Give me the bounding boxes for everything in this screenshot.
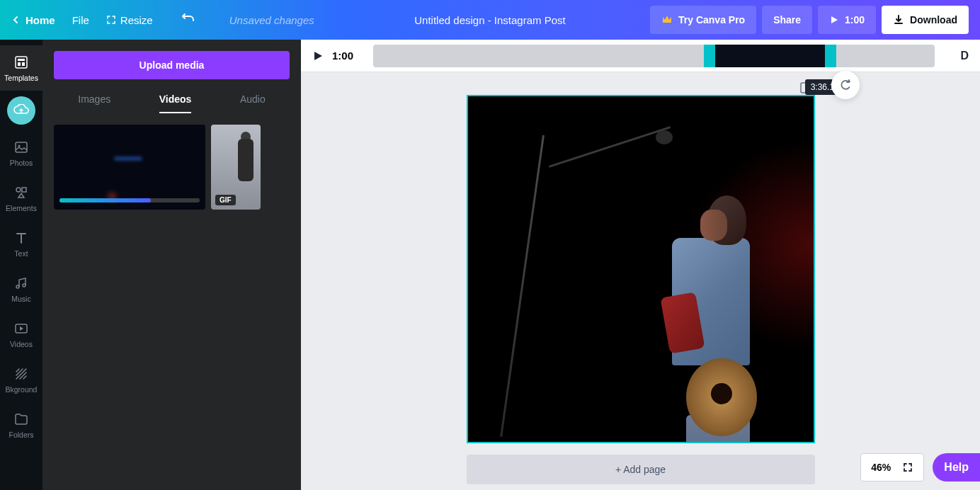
cloud-upload-icon: [13, 104, 29, 117]
tab-images[interactable]: Images: [78, 93, 110, 113]
download-label: Download: [910, 14, 957, 25]
rail-photos[interactable]: Photos: [0, 130, 42, 176]
help-button[interactable]: Help: [933, 453, 980, 482]
zoom-control[interactable]: 46%: [860, 453, 924, 482]
play-duration-button[interactable]: 1:00: [818, 6, 876, 34]
upload-media-button[interactable]: Upload media: [54, 51, 290, 79]
svg-rect-1: [18, 59, 25, 61]
svg-rect-0: [16, 57, 27, 68]
timeline-end-marker: D: [960, 50, 969, 62]
design-title[interactable]: Untitled design - Instagram Post: [414, 14, 565, 26]
zoom-value: 46%: [871, 462, 891, 473]
upload-progress-track: [59, 198, 200, 203]
share-button[interactable]: Share: [762, 6, 812, 34]
try-pro-label: Try Canva Pro: [678, 14, 745, 25]
resize-icon: [106, 15, 116, 25]
media-thumbnails: GIF: [54, 125, 290, 210]
canvas-area: 1:00 D 3:36.1: [301, 40, 980, 490]
rail-videos[interactable]: Videos: [0, 312, 42, 357]
duration-label: 1:00: [845, 14, 865, 25]
videos-icon: [13, 320, 30, 337]
chevron-left-icon: [11, 16, 20, 24]
share-label: Share: [773, 14, 801, 25]
video-thumbnail-gif[interactable]: GIF: [211, 125, 261, 210]
bottom-right-controls: 46% Help: [860, 453, 980, 482]
clip-handle-right[interactable]: [825, 45, 836, 67]
resize-label: Resize: [120, 14, 153, 26]
background-icon: [13, 365, 30, 382]
timeline-time: 1:00: [332, 50, 353, 62]
canvas-image-content: [548, 126, 670, 167]
canvas-image-content: [500, 135, 545, 437]
try-pro-button[interactable]: Try Canva Pro: [650, 6, 756, 34]
rail-templates-label: Templates: [4, 74, 38, 82]
templates-icon: [13, 54, 30, 71]
canvas-image-content: [656, 130, 673, 144]
thumbnail-content: [238, 139, 253, 181]
undo-icon: [181, 13, 195, 27]
rail-elements[interactable]: Elements: [0, 176, 42, 221]
file-menu[interactable]: File: [72, 14, 89, 26]
svg-point-6: [16, 188, 21, 192]
rail-photos-label: Photos: [10, 159, 33, 167]
timeline-track[interactable]: [373, 45, 935, 67]
home-label: Home: [25, 14, 55, 26]
text-icon: [13, 229, 30, 246]
gif-badge: GIF: [215, 195, 236, 205]
sync-icon: [838, 78, 853, 92]
svg-point-5: [18, 145, 21, 147]
fullscreen-icon[interactable]: [902, 462, 913, 473]
rail-uploads[interactable]: [7, 96, 35, 125]
home-button[interactable]: Home: [11, 14, 55, 26]
tab-videos[interactable]: Videos: [159, 93, 192, 113]
undo-button[interactable]: [181, 13, 195, 27]
folders-icon: [13, 411, 30, 428]
timeline-bar: 1:00 D: [301, 40, 980, 72]
svg-rect-7: [22, 188, 26, 192]
rail-bkground-label: Bkground: [6, 385, 38, 394]
top-left-group: Home File Resize Unsaved changes: [11, 13, 314, 27]
crown-icon: [661, 15, 673, 25]
rail-folders-label: Folders: [8, 431, 33, 439]
thumbnail-content: [114, 156, 142, 161]
upload-media-label: Upload media: [139, 59, 205, 71]
side-rail: Templates Photos Elements Text Music Vid…: [0, 40, 42, 490]
main-area: Templates Photos Elements Text Music Vid…: [0, 40, 980, 490]
rail-templates[interactable]: Templates: [0, 45, 42, 91]
canvas-wrap: + Add page: [301, 72, 980, 490]
timeline-play-button[interactable]: [312, 50, 324, 62]
upload-progress-fill: [59, 198, 151, 203]
clip-segment[interactable]: [715, 45, 825, 67]
elements-icon: [13, 184, 30, 201]
resize-menu[interactable]: Resize: [106, 14, 153, 26]
canvas-image-content: [658, 174, 764, 429]
music-icon: [13, 275, 30, 292]
rail-music-label: Music: [11, 295, 30, 303]
download-button[interactable]: Download: [882, 6, 969, 34]
svg-rect-4: [16, 142, 27, 152]
rail-text-label: Text: [14, 249, 28, 258]
svg-point-9: [23, 284, 25, 287]
svg-rect-3: [22, 62, 25, 66]
rail-videos-label: Videos: [10, 340, 33, 348]
clip-handle-left[interactable]: [704, 45, 715, 67]
design-canvas[interactable]: [467, 95, 815, 443]
rail-elements-label: Elements: [6, 204, 37, 212]
play-icon: [829, 15, 839, 25]
add-page-label: + Add page: [615, 464, 666, 475]
svg-rect-2: [18, 62, 21, 66]
media-tabs: Images Videos Audio: [54, 93, 290, 113]
add-page-button[interactable]: + Add page: [467, 455, 815, 484]
rail-folders[interactable]: Folders: [0, 402, 42, 448]
sync-button[interactable]: [831, 71, 860, 99]
tab-audio[interactable]: Audio: [240, 93, 266, 113]
unsaved-status: Unsaved changes: [229, 14, 314, 26]
top-right-group: Try Canva Pro Share 1:00 Download: [650, 6, 969, 34]
video-thumbnail-uploading[interactable]: [54, 125, 205, 210]
rail-text[interactable]: Text: [0, 221, 42, 266]
svg-point-8: [16, 285, 19, 288]
rail-music[interactable]: Music: [0, 266, 42, 312]
play-icon: [312, 50, 324, 62]
rail-background[interactable]: Bkground: [0, 357, 42, 402]
download-icon: [893, 14, 904, 25]
